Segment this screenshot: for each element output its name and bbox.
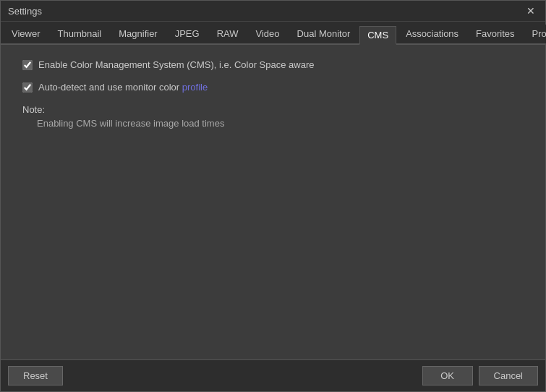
tab-thumbnail[interactable]: Thumbnail bbox=[50, 25, 110, 43]
cms-content: Enable Color Management System (CMS), i.… bbox=[1, 45, 545, 359]
enable-cms-label: Enable Color Management System (CMS), i.… bbox=[38, 59, 315, 70]
tab-jpeg[interactable]: JPEG bbox=[167, 25, 208, 43]
enable-cms-row: Enable Color Management System (CMS), i.… bbox=[22, 59, 524, 70]
tab-cms[interactable]: CMS bbox=[359, 26, 396, 45]
auto-detect-checkbox[interactable] bbox=[22, 82, 33, 93]
settings-window: Settings ✕ ViewerThumbnailMagnifierJPEGR… bbox=[0, 0, 546, 392]
note-text: Enabling CMS will increase image load ti… bbox=[22, 118, 524, 129]
tab-raw[interactable]: RAW bbox=[209, 25, 247, 43]
tab-viewer[interactable]: Viewer bbox=[4, 25, 48, 43]
tab-magnifier[interactable]: Magnifier bbox=[111, 25, 165, 43]
close-button[interactable]: ✕ bbox=[524, 5, 538, 17]
enable-cms-checkbox[interactable] bbox=[22, 60, 33, 70]
tab-video[interactable]: Video bbox=[248, 25, 288, 43]
tab-bar: ViewerThumbnailMagnifierJPEGRAWVideoDual… bbox=[1, 22, 545, 45]
note-section: Note: Enabling CMS will increase image l… bbox=[22, 104, 524, 129]
title-bar: Settings ✕ bbox=[1, 1, 545, 22]
footer: Reset OK Cancel bbox=[1, 359, 545, 391]
note-label: Note: bbox=[22, 104, 524, 115]
tab-dual-monitor[interactable]: Dual Monitor bbox=[289, 25, 359, 43]
tab-programs[interactable]: Programs bbox=[524, 25, 546, 43]
footer-right: OK Cancel bbox=[422, 366, 538, 385]
auto-detect-label: Auto-detect and use monitor color profil… bbox=[38, 82, 208, 93]
cancel-button[interactable]: Cancel bbox=[479, 366, 538, 385]
auto-detect-row: Auto-detect and use monitor color profil… bbox=[22, 82, 524, 93]
footer-left: Reset bbox=[8, 366, 63, 385]
tab-associations[interactable]: Associations bbox=[398, 25, 466, 43]
reset-button[interactable]: Reset bbox=[8, 366, 63, 385]
tab-favorites[interactable]: Favorites bbox=[468, 25, 522, 43]
ok-button[interactable]: OK bbox=[422, 366, 473, 385]
profile-link[interactable]: profile bbox=[182, 82, 208, 93]
window-title: Settings bbox=[8, 6, 42, 17]
